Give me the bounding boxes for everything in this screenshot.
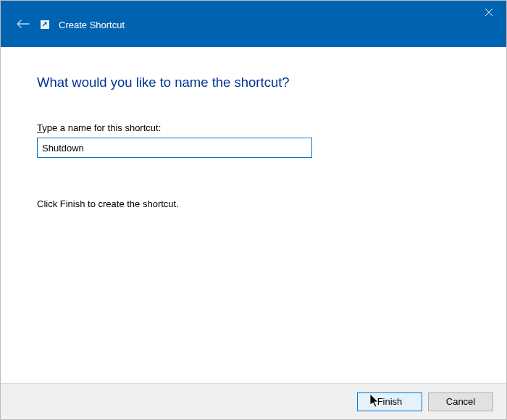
close-icon bbox=[485, 8, 493, 17]
svg-rect-0 bbox=[41, 20, 49, 29]
shortcut-icon bbox=[40, 20, 50, 30]
name-label: Type a name for this shortcut: bbox=[37, 122, 470, 133]
arrow-left-icon bbox=[17, 20, 30, 28]
close-button[interactable] bbox=[472, 1, 506, 24]
finish-button[interactable]: Finish bbox=[357, 392, 422, 411]
back-button[interactable] bbox=[15, 16, 31, 32]
window-title: Create Shortcut bbox=[59, 20, 125, 30]
wizard-footer: Finish Cancel bbox=[1, 383, 506, 419]
shortcut-name-input[interactable] bbox=[37, 138, 312, 158]
page-heading: What would you like to name the shortcut… bbox=[37, 75, 470, 91]
titlebar: Create Shortcut bbox=[1, 1, 506, 47]
hint-text: Click Finish to create the shortcut. bbox=[37, 198, 470, 209]
wizard-content: What would you like to name the shortcut… bbox=[1, 47, 506, 209]
cancel-button[interactable]: Cancel bbox=[428, 392, 493, 411]
